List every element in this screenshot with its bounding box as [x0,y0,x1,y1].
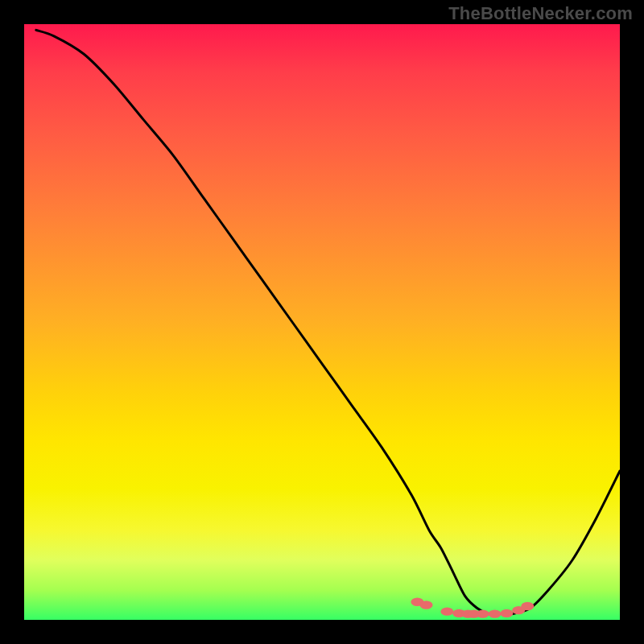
highlight-dot [420,601,433,609]
highlight-dot [500,609,513,617]
highlight-dot [489,609,502,617]
chart-container: TheBottleNecker.com [0,0,644,644]
highlight-dots-group [411,598,534,618]
attribution-text: TheBottleNecker.com [448,3,633,24]
highlight-dot [521,602,534,610]
dots-layer [24,24,620,620]
highlight-dot [477,609,489,617]
highlight-dot [440,607,453,615]
